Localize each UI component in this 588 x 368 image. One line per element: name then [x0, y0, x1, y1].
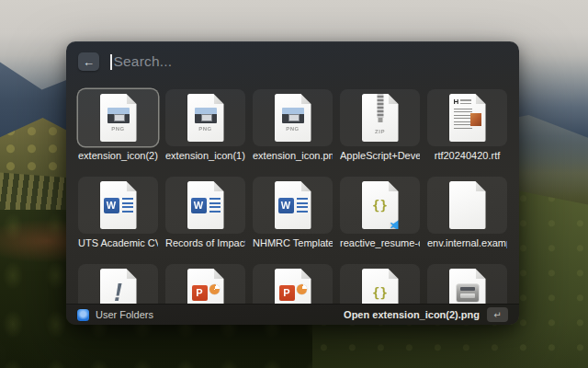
- page-fold-icon: [301, 181, 311, 191]
- back-button[interactable]: ←: [78, 52, 99, 71]
- file-name-label: reactive_resume-c...: [340, 237, 420, 249]
- page-fold-icon: [214, 181, 224, 191]
- pie-chart-icon: [297, 284, 307, 294]
- doc-lines-icon: [297, 198, 308, 213]
- page-fold-icon: [389, 269, 399, 279]
- grid-cell: PNG extension_icon(2)....: [78, 89, 158, 162]
- file-tile[interactable]: [427, 177, 507, 234]
- grid-cell: W NHMRC Template...: [253, 177, 333, 249]
- file-name-label: rtf20240420.rtf: [427, 150, 507, 162]
- png-ext-label: PNG: [286, 126, 300, 132]
- rtf-text-lines: [454, 109, 472, 129]
- arrow-left-icon: ←: [83, 56, 95, 68]
- word-file-icon: W: [100, 181, 137, 229]
- open-action[interactable]: Open extension_icon(2).png ↵: [344, 307, 508, 322]
- grid-cell: H rtf20240420.rtf: [427, 89, 507, 162]
- grid-cell: P: [165, 264, 245, 304]
- screen: ← Search... PNG exte: [0, 0, 588, 368]
- grid-cell: {} reactive_resume-c...: [340, 177, 420, 249]
- file-tile[interactable]: !: [78, 264, 158, 304]
- file-tile[interactable]: {}: [340, 177, 420, 234]
- page-fold-icon: [127, 94, 137, 104]
- file-tile[interactable]: [427, 264, 507, 304]
- powerpoint-file-icon: P: [275, 269, 311, 304]
- page-fold-icon: [476, 269, 486, 279]
- file-tile[interactable]: {}: [340, 264, 420, 304]
- file-tile[interactable]: PNG: [253, 89, 333, 146]
- file-tile[interactable]: P: [165, 264, 245, 304]
- page-fold-icon: [389, 181, 399, 191]
- file-name-label: NHMRC Template...: [253, 237, 333, 249]
- grid-cell: ZIP AppleScript+Devel...: [340, 89, 420, 162]
- file-tile[interactable]: W: [78, 177, 158, 234]
- png-thumbnail: [195, 108, 217, 123]
- png-ext-label: PNG: [198, 126, 212, 132]
- json-braces-glyph: {}: [372, 198, 388, 213]
- file-tile[interactable]: ZIP: [340, 89, 420, 146]
- json-file-icon: {}: [362, 269, 399, 304]
- grid-cell: {}: [340, 264, 420, 304]
- user-folders-app-icon: [77, 309, 89, 321]
- search-input[interactable]: Search...: [110, 49, 507, 75]
- word-file-icon: W: [275, 181, 311, 229]
- file-name-label: UTS Academic CV...: [78, 237, 158, 249]
- json-braces-glyph: {}: [372, 285, 388, 300]
- printer-device-icon: [457, 284, 479, 302]
- pie-chart-icon: [209, 284, 220, 294]
- user-folders-source[interactable]: User Folders: [77, 309, 153, 321]
- png-thumbnail: [282, 108, 304, 123]
- file-tile[interactable]: W: [165, 177, 245, 234]
- grid-cell: env.internal.example: [427, 177, 507, 249]
- file-tile[interactable]: PNG: [165, 89, 245, 146]
- word-logo-icon: W: [104, 198, 119, 213]
- warning-file-icon: !: [100, 269, 137, 304]
- source-label: User Folders: [96, 309, 153, 320]
- search-placeholder: Search...: [114, 53, 173, 70]
- grid-cell: PNG extension_icon.png: [253, 89, 333, 162]
- search-bar: ← Search...: [66, 41, 519, 82]
- grid-cell: [427, 264, 507, 304]
- file-tile[interactable]: PNG: [78, 89, 158, 146]
- png-file-icon: PNG: [275, 94, 311, 142]
- file-name-label: AppleScript+Devel...: [340, 150, 420, 162]
- rtf-headline-lines: [460, 99, 471, 104]
- page-fold-icon: [127, 181, 137, 191]
- file-tile[interactable]: P: [253, 264, 333, 304]
- doc-lines-icon: [209, 198, 220, 213]
- file-name-label: extension_icon(2)....: [78, 150, 158, 162]
- vscode-badge-icon: [390, 219, 402, 232]
- return-key-icon: ↵: [487, 307, 508, 322]
- file-tile[interactable]: H: [427, 89, 507, 146]
- word-logo-icon: W: [191, 198, 207, 213]
- file-name-label: extension_icon.png: [253, 150, 333, 162]
- text-cursor: [110, 54, 112, 70]
- rtf-file-icon: H: [449, 94, 486, 142]
- grid-cell: !: [78, 264, 158, 304]
- rtf-heading-glyph: H: [454, 98, 459, 106]
- png-file-icon: PNG: [187, 94, 224, 142]
- device-file-icon: [449, 269, 486, 304]
- open-action-label: Open extension_icon(2).png: [344, 309, 480, 320]
- grid-cell: PNG extension_icon(1)....: [165, 89, 245, 162]
- page-fold-icon: [301, 269, 311, 279]
- json-file-icon: {}: [362, 181, 399, 229]
- page-fold-icon: [214, 94, 224, 104]
- word-logo-icon: W: [278, 198, 294, 213]
- grid-cell: W Records of Impact...: [165, 177, 245, 249]
- file-name-label: extension_icon(1)....: [165, 150, 245, 162]
- doc-lines-icon: [122, 198, 133, 213]
- page-fold-icon: [214, 269, 224, 279]
- file-tile[interactable]: W: [253, 177, 333, 234]
- blank-file-icon: [449, 181, 486, 229]
- file-name-label: env.internal.example: [427, 237, 507, 249]
- png-file-icon: PNG: [100, 94, 137, 142]
- file-name-label: Records of Impact...: [165, 237, 245, 249]
- rtf-inline-image: [470, 113, 481, 126]
- zip-ext-label: ZIP: [362, 129, 399, 134]
- zipper-icon: [377, 94, 383, 118]
- zip-file-icon: ZIP: [362, 94, 399, 142]
- exclamation-glyph: !: [114, 281, 122, 305]
- page-fold-icon: [127, 269, 137, 279]
- png-ext-label: PNG: [111, 126, 125, 132]
- grid-cell: P: [253, 264, 333, 304]
